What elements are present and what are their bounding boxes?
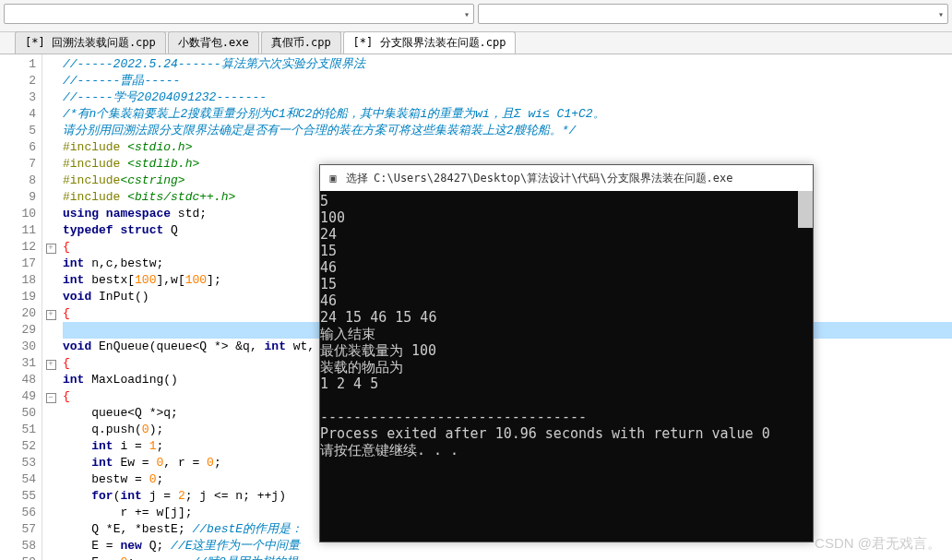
line-number: 12	[0, 239, 36, 256]
line-number: 20	[0, 305, 36, 322]
line-number: 18	[0, 272, 36, 289]
fold-cell	[42, 339, 59, 355]
fold-cell	[42, 505, 59, 521]
fold-cell	[42, 538, 59, 554]
fold-cell	[42, 422, 59, 438]
scope-combo-2[interactable]: ▾	[478, 4, 948, 24]
line-number: 51	[0, 422, 36, 438]
fold-cell	[42, 206, 59, 222]
line-number: 10	[0, 206, 36, 222]
fold-cell	[42, 272, 59, 289]
line-number: 59	[0, 554, 36, 560]
line-number: 9	[0, 189, 36, 206]
tab-file[interactable]: [*] 回溯法装载问题.cpp	[15, 31, 166, 54]
fold-cell	[42, 289, 59, 305]
fold-cell	[42, 139, 59, 156]
console-titlebar[interactable]: ▣ 选择 C:\Users\28427\Desktop\算法设计\代码\分支限界…	[320, 165, 813, 191]
scrollbar-thumb[interactable]	[798, 191, 813, 228]
code-line[interactable]: /*有n个集装箱要装上2搜载重量分别为C1和C2的轮船，其中集装箱i的重量为wi…	[63, 106, 952, 123]
tab-file[interactable]: 真假币.cpp	[261, 31, 341, 54]
line-number: 57	[0, 521, 36, 538]
line-number: 56	[0, 505, 36, 521]
line-number: 48	[0, 372, 36, 388]
fold-plus-icon[interactable]: +	[46, 310, 56, 320]
fold-minus-icon[interactable]: −	[46, 393, 56, 403]
tab-strip: [*] 回溯法装载问题.cpp 小数背包.exe 真假币.cpp [*] 分支限…	[0, 32, 952, 54]
line-number: 5	[0, 123, 36, 139]
line-number: 29	[0, 322, 36, 339]
fold-cell	[42, 256, 59, 272]
line-number: 11	[0, 222, 36, 239]
code-line[interactable]: #include <stdio.h>	[63, 139, 952, 156]
line-number: 6	[0, 139, 36, 156]
fold-cell	[42, 173, 59, 189]
line-number: 8	[0, 173, 36, 189]
watermark: CSDN @君无戏言。	[815, 535, 941, 553]
fold-cell	[42, 156, 59, 173]
line-number: 54	[0, 471, 36, 488]
line-number-gutter: 1234567891011121718192029303148495051525…	[0, 54, 42, 560]
fold-cell	[42, 123, 59, 139]
fold-plus-icon[interactable]: +	[46, 244, 56, 254]
fold-cell: −	[42, 388, 59, 405]
fold-cell: +	[42, 239, 59, 256]
line-number: 3	[0, 89, 36, 106]
fold-cell	[42, 438, 59, 455]
chevron-down-icon: ▾	[938, 9, 944, 19]
tab-file[interactable]: [*] 分支限界法装在问题.cpp	[343, 31, 517, 54]
fold-cell	[42, 106, 59, 123]
console-icon: ▣	[326, 171, 340, 185]
code-line[interactable]: //------曹晶-----	[63, 73, 952, 89]
line-number: 2	[0, 73, 36, 89]
fold-cell	[42, 455, 59, 471]
fold-cell	[42, 372, 59, 388]
fold-cell	[42, 222, 59, 239]
scope-combo-1[interactable]: ▾	[4, 4, 474, 24]
code-line[interactable]: 请分别用回溯法跟分支限界法确定是否有一个合理的装在方案可将这些集装箱装上这2艘轮…	[63, 123, 952, 139]
fold-cell	[42, 73, 59, 89]
fold-cell	[42, 471, 59, 488]
line-number: 31	[0, 355, 36, 372]
line-number: 53	[0, 455, 36, 471]
console-title-prefix: 选择	[346, 171, 368, 186]
line-number: 4	[0, 106, 36, 123]
fold-column: +++−−	[42, 54, 59, 560]
fold-cell: +	[42, 355, 59, 372]
line-number: 49	[0, 388, 36, 405]
chevron-down-icon: ▾	[464, 9, 470, 19]
console-output: 5 100 24 15 46 15 46 24 15 46 15 46 输入结束…	[320, 191, 813, 460]
line-number: 55	[0, 488, 36, 505]
code-line[interactable]: //-----学号20204091232-------	[63, 89, 952, 106]
code-line[interactable]: //-----2022.5.24------算法第六次实验分支限界法	[63, 56, 952, 73]
line-number: 30	[0, 339, 36, 355]
fold-cell	[42, 189, 59, 206]
toolbar: ▾ ▾	[0, 0, 952, 32]
tab-file[interactable]: 小数背包.exe	[168, 31, 259, 54]
fold-cell	[42, 488, 59, 505]
console-title-path: C:\Users\28427\Desktop\算法设计\代码\分支限界法装在问题…	[374, 171, 733, 186]
fold-cell	[42, 521, 59, 538]
line-number: 50	[0, 405, 36, 422]
fold-cell	[42, 405, 59, 422]
line-number: 17	[0, 256, 36, 272]
line-number: 19	[0, 289, 36, 305]
fold-cell	[42, 554, 59, 560]
line-number: 58	[0, 538, 36, 554]
fold-cell	[42, 322, 59, 339]
fold-cell	[42, 56, 59, 73]
code-line[interactable]: E = 0; //赋0是因为树的根	[63, 554, 952, 560]
fold-plus-icon[interactable]: +	[46, 360, 56, 370]
line-number: 52	[0, 438, 36, 455]
line-number: 1	[0, 56, 36, 73]
line-number: 7	[0, 156, 36, 173]
fold-cell	[42, 89, 59, 106]
fold-cell: +	[42, 305, 59, 322]
console-window[interactable]: ▣ 选择 C:\Users\28427\Desktop\算法设计\代码\分支限界…	[319, 164, 814, 542]
